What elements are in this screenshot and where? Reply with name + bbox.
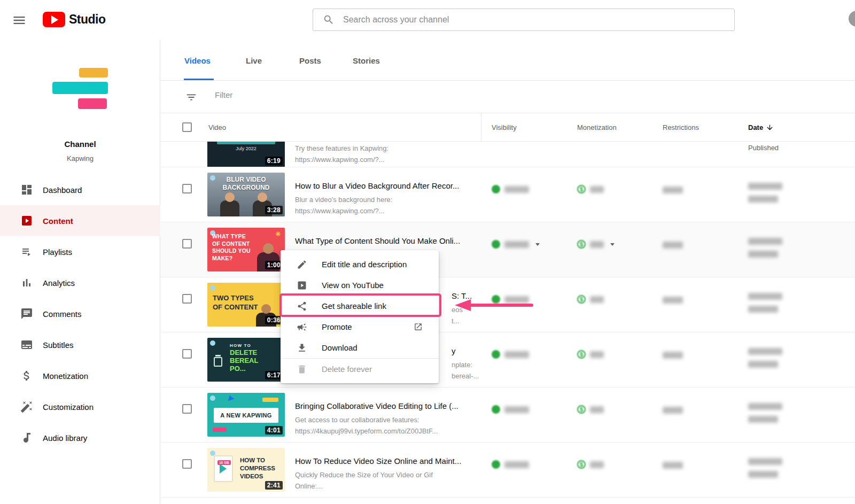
sidebar-item-content[interactable]: Content bbox=[0, 205, 160, 236]
chevron-down-icon bbox=[535, 243, 540, 246]
sidebar-item-subtitles[interactable]: Subtitles bbox=[0, 329, 160, 360]
filter-icon[interactable] bbox=[185, 91, 197, 103]
channel-search-box[interactable] bbox=[313, 9, 735, 31]
row-checkbox[interactable] bbox=[182, 184, 192, 193]
menu-item-label: Edit title and description bbox=[322, 260, 407, 269]
video-thumbnail[interactable]: A NEW KAPWING 4:01 bbox=[207, 393, 285, 437]
channel-avatar[interactable] bbox=[52, 68, 108, 113]
account-avatar[interactable] bbox=[849, 11, 855, 27]
sidebar-item-comments[interactable]: Comments bbox=[0, 298, 160, 329]
filter-input[interactable] bbox=[215, 90, 429, 99]
monetization-dropdown[interactable]: $ bbox=[577, 240, 615, 249]
video-title[interactable]: How to Blur a Video Background After Rec… bbox=[295, 181, 479, 190]
video-title[interactable]: Bringing Collaborative Video Editing to … bbox=[295, 401, 479, 410]
video-thumbnail[interactable]: TWO TYPESOF CONTENT 0:36 bbox=[207, 283, 285, 327]
share-icon bbox=[297, 301, 307, 312]
date-value-redacted bbox=[748, 238, 782, 263]
sidebar-item-audio-library[interactable]: Audio library bbox=[0, 422, 160, 453]
menu-item-get-shareable-link[interactable]: Get shareable link bbox=[281, 296, 439, 316]
cursor-graphic bbox=[228, 396, 235, 403]
row-checkbox[interactable] bbox=[182, 294, 192, 304]
active-tab-underline bbox=[184, 79, 214, 80]
chevron-down-icon bbox=[610, 243, 615, 246]
table-row[interactable]: WHAT TYPEOF CONTENTSHOULD YOUMAKE? ✳ 1:0… bbox=[161, 222, 855, 277]
table-row[interactable]: TWO TYPESOF CONTENT 0:36 S: T... eos t..… bbox=[161, 277, 855, 332]
visibility-public-icon bbox=[492, 405, 500, 414]
video-description-fragment: nplate: bbox=[452, 359, 519, 370]
restrictions-value-redacted bbox=[663, 462, 683, 469]
video-thumbnail[interactable]: WHAT TYPEOF CONTENTSHOULD YOUMAKE? ✳ 1:0… bbox=[207, 228, 285, 272]
customization-icon bbox=[20, 400, 33, 413]
video-thumbnail[interactable]: HOW TO DELETEBEREALPO... 6:17 bbox=[207, 338, 285, 382]
row-checkbox[interactable] bbox=[182, 349, 192, 359]
column-header-monetization: Monetization bbox=[577, 123, 617, 131]
monetization-value-redacted: $ bbox=[577, 295, 604, 304]
monetization-value-redacted: $ bbox=[577, 350, 604, 359]
menu-item-label: Get shareable link bbox=[322, 301, 386, 311]
pencil-icon bbox=[297, 259, 307, 270]
tab-videos[interactable]: Videos bbox=[184, 40, 211, 81]
megaphone-icon bbox=[297, 322, 307, 332]
tab-live[interactable]: Live bbox=[246, 40, 262, 81]
video-title[interactable]: How To Reduce Video Size Online and Main… bbox=[295, 456, 479, 466]
tab-stories[interactable]: Stories bbox=[353, 40, 380, 81]
menu-item-view-on-youtube[interactable]: View on YouTube bbox=[281, 275, 439, 296]
row-checkbox[interactable] bbox=[182, 459, 192, 469]
table-row[interactable]: HOW TO DELETEBEREALPO... 6:17 y nplate: … bbox=[161, 332, 855, 387]
sidebar-item-monetization[interactable]: Monetization bbox=[0, 360, 160, 391]
video-duration: 6:19 bbox=[265, 157, 283, 165]
restrictions-value-redacted bbox=[663, 407, 683, 414]
content-tabs: Videos Live Posts Stories bbox=[161, 40, 855, 81]
content-icon bbox=[20, 214, 33, 227]
monetization-on-icon: $ bbox=[577, 405, 586, 414]
video-table-body: July 2022 6:19 Try these features in Kap… bbox=[161, 142, 855, 498]
sidebar-item-dashboard[interactable]: Dashboard bbox=[0, 174, 160, 205]
monetization-value-redacted: $ bbox=[577, 405, 604, 414]
search-icon bbox=[323, 14, 335, 26]
column-header-date[interactable]: Date bbox=[748, 123, 774, 131]
hamburger-menu-icon[interactable] bbox=[12, 13, 27, 28]
restrictions-value-redacted bbox=[663, 297, 683, 304]
avatar-bar-yellow bbox=[79, 68, 108, 77]
sidebar-item-playlists[interactable]: Playlists bbox=[0, 236, 160, 267]
menu-item-download[interactable]: Download bbox=[281, 337, 439, 358]
date-value-redacted bbox=[748, 293, 782, 319]
visibility-value-redacted bbox=[492, 350, 529, 359]
visibility-public-icon bbox=[492, 460, 500, 469]
sidebar-item-customization[interactable]: Customization bbox=[0, 391, 160, 422]
table-row[interactable]: July 2022 6:19 Try these features in Kap… bbox=[161, 142, 855, 167]
visibility-value-redacted bbox=[492, 405, 529, 414]
row-checkbox[interactable] bbox=[182, 239, 192, 249]
video-thumbnail[interactable]: July 2022 6:19 bbox=[207, 142, 285, 167]
visibility-public-icon bbox=[492, 240, 500, 249]
table-row[interactable]: A NEW KAPWING 4:01 Bringing Collaborativ… bbox=[161, 387, 855, 443]
thumbnail-badge bbox=[210, 285, 215, 291]
select-all-checkbox[interactable] bbox=[182, 122, 192, 132]
row-checkbox[interactable] bbox=[182, 404, 192, 414]
tab-posts[interactable]: Posts bbox=[299, 40, 321, 81]
menu-item-promote[interactable]: Promote bbox=[281, 316, 439, 337]
youtube-studio-logo[interactable]: Studio bbox=[43, 12, 106, 27]
video-thumbnail[interactable]: 10 GB HOW TOCOMPRESSVIDEOS 2:41 bbox=[207, 448, 285, 492]
table-row[interactable]: BLUR VIDEOBACKGROUND 3:28 How to Blur a … bbox=[161, 167, 855, 222]
video-description-line: Quickly Reduce the Size of Your Video or… bbox=[295, 469, 479, 480]
video-thumbnail[interactable]: BLUR VIDEOBACKGROUND 3:28 bbox=[207, 173, 285, 216]
monetization-value-redacted: $ bbox=[577, 460, 604, 469]
sidebar-item-analytics[interactable]: Analytics bbox=[0, 267, 160, 298]
video-description-line: https://4kaupuj99vi.typeform.com/to/Z00J… bbox=[295, 425, 479, 437]
channel-label: Channel bbox=[0, 139, 160, 149]
trash-icon bbox=[297, 364, 307, 375]
menu-item-label: View on YouTube bbox=[322, 281, 384, 290]
video-description-line: Try these features in Kapwing: bbox=[295, 143, 479, 154]
sidebar: Channel Kapwing Dashboard Content Playli… bbox=[0, 40, 160, 504]
external-link-icon bbox=[414, 322, 423, 331]
video-description-line: https://www.kapwing.com/?... bbox=[295, 205, 479, 216]
menu-item-edit-title-description[interactable]: Edit title and description bbox=[281, 254, 439, 275]
search-input[interactable] bbox=[343, 15, 734, 25]
video-description-line: Blur a video's background here: bbox=[295, 194, 479, 205]
video-title[interactable]: What Type of Content Should You Make Onl… bbox=[295, 236, 479, 245]
visibility-dropdown[interactable] bbox=[492, 240, 540, 249]
table-row[interactable]: 10 GB HOW TOCOMPRESSVIDEOS 2:41 How To R… bbox=[161, 443, 855, 498]
sidebar-item-label: Customization bbox=[43, 402, 94, 412]
visibility-value-redacted bbox=[492, 295, 529, 304]
